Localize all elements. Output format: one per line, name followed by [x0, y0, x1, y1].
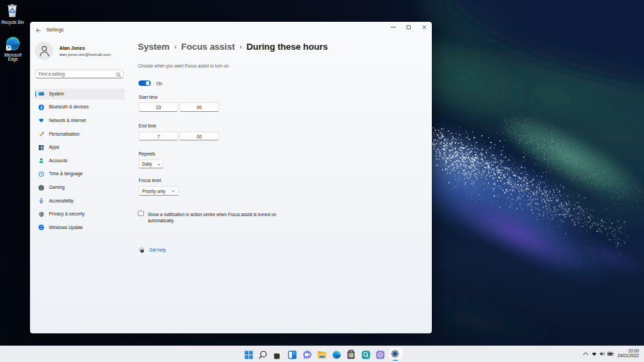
svg-text:?: ? — [141, 249, 143, 252]
